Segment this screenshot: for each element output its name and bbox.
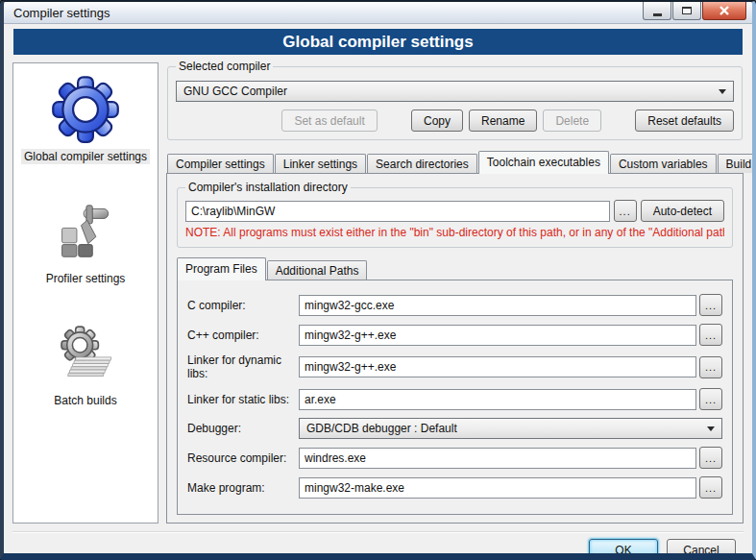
c-compiler-input[interactable] bbox=[299, 295, 696, 316]
field-row-c-compiler: C compiler: ... bbox=[187, 294, 722, 316]
tab-toolchain-executables[interactable]: Toolchain executables bbox=[478, 151, 609, 174]
chevron-down-icon bbox=[707, 426, 715, 435]
browse-cpp-compiler-button[interactable]: ... bbox=[699, 324, 722, 346]
blue-gear-icon bbox=[51, 73, 120, 146]
copy-button[interactable]: Copy bbox=[411, 110, 463, 132]
tab-compiler-settings[interactable]: Compiler settings bbox=[167, 154, 274, 173]
debugger-select-value: GDB/CDB debugger : Default bbox=[306, 422, 457, 435]
gear-stack-icon bbox=[56, 317, 115, 390]
minimize-icon bbox=[653, 13, 662, 16]
tab-bar: Compiler settings Linker settings Search… bbox=[166, 150, 744, 173]
cpp-compiler-input[interactable] bbox=[299, 325, 696, 346]
tab-build-options[interactable]: Build options bbox=[718, 154, 756, 173]
sidebar-item-label: Batch builds bbox=[51, 393, 119, 408]
field-row-cpp-compiler: C++ compiler: ... bbox=[187, 324, 722, 346]
auto-detect-button[interactable]: Auto-detect bbox=[641, 200, 724, 222]
resource-compiler-input[interactable] bbox=[299, 448, 696, 469]
dialog-footer: OK Cancel bbox=[12, 531, 744, 560]
sidebar-item-label: Global compiler settings bbox=[21, 149, 150, 164]
compiler-select[interactable]: GNU GCC Compiler bbox=[176, 81, 734, 102]
installation-directory-groupbox: Compiler's installation directory ... Au… bbox=[177, 187, 733, 248]
field-row-dynamic-linker: Linker for dynamic libs: ... bbox=[187, 353, 722, 380]
static-linker-input[interactable] bbox=[299, 389, 696, 410]
subtab-program-files[interactable]: Program Files bbox=[177, 257, 266, 280]
note-text: NOTE: All programs must exist either in … bbox=[185, 226, 724, 239]
window-title: Compiler settings bbox=[13, 6, 110, 20]
cancel-button[interactable]: Cancel bbox=[667, 539, 736, 560]
field-label: Linker for static libs: bbox=[187, 393, 299, 406]
field-label: Resource compiler: bbox=[187, 451, 299, 465]
browse-directory-button[interactable]: ... bbox=[614, 200, 637, 222]
maximize-button[interactable] bbox=[672, 2, 701, 20]
reset-defaults-button[interactable]: Reset defaults bbox=[635, 110, 734, 132]
field-row-resource-compiler: Resource compiler: ... bbox=[187, 447, 722, 469]
tab-search-directories[interactable]: Search directories bbox=[367, 154, 477, 173]
installation-directory-row: ... Auto-detect bbox=[185, 200, 724, 222]
field-row-make-program: Make program: ... bbox=[187, 476, 722, 499]
subtab-additional-paths[interactable]: Additional Paths bbox=[267, 260, 368, 280]
set-as-default-button[interactable]: Set as default bbox=[281, 110, 377, 132]
sidebar-item-profiler-settings[interactable]: Profiler settings bbox=[43, 195, 129, 286]
field-row-debugger: Debugger: GDB/CDB debugger : Default bbox=[187, 418, 722, 439]
delete-button[interactable]: Delete bbox=[543, 110, 601, 132]
field-label: Debugger: bbox=[187, 422, 299, 435]
compiler-select-value: GNU GCC Compiler bbox=[183, 85, 287, 98]
sidebar-item-global-compiler-settings[interactable]: Global compiler settings bbox=[21, 73, 150, 164]
browse-c-compiler-button[interactable]: ... bbox=[699, 294, 722, 316]
header-banner: Global compiler settings bbox=[13, 29, 743, 55]
browse-resource-compiler-button[interactable]: ... bbox=[699, 447, 722, 469]
installation-directory-input[interactable] bbox=[185, 201, 610, 222]
rename-button[interactable]: Rename bbox=[469, 110, 537, 132]
ok-button[interactable]: OK bbox=[589, 539, 658, 560]
subtab-bar: Program Files Additional Paths bbox=[177, 257, 733, 280]
debugger-select[interactable]: GDB/CDB debugger : Default bbox=[299, 418, 722, 439]
installation-directory-label: Compiler's installation directory bbox=[185, 181, 351, 194]
field-label: Make program: bbox=[187, 481, 299, 495]
window-controls bbox=[643, 2, 752, 20]
selected-compiler-label: Selected compiler bbox=[176, 60, 273, 73]
field-row-static-linker: Linker for static libs: ... bbox=[187, 388, 722, 410]
close-button[interactable] bbox=[702, 2, 746, 20]
browse-make-program-button[interactable]: ... bbox=[699, 476, 722, 499]
make-program-input[interactable] bbox=[299, 477, 696, 499]
main-area: Global compiler settings bbox=[12, 62, 744, 523]
toolchain-executables-panel: Compiler's installation directory ... Au… bbox=[166, 173, 744, 523]
settings-panel: Selected compiler GNU GCC Compiler Set a… bbox=[166, 62, 744, 523]
selected-compiler-groupbox: Selected compiler GNU GCC Compiler Set a… bbox=[167, 66, 743, 140]
chevron-down-icon bbox=[719, 89, 726, 98]
dialog-content: Global compiler settings bbox=[4, 24, 752, 560]
minimize-button[interactable] bbox=[643, 2, 671, 20]
compiler-buttons-row: Set as default Copy Rename Delete Reset … bbox=[176, 110, 734, 132]
field-label: Linker for dynamic libs: bbox=[187, 353, 299, 380]
sidebar-item-batch-builds[interactable]: Batch builds bbox=[51, 317, 119, 408]
sidebar-item-label: Profiler settings bbox=[43, 271, 129, 286]
browse-static-linker-button[interactable]: ... bbox=[699, 388, 722, 410]
tab-custom-variables[interactable]: Custom variables bbox=[610, 154, 717, 173]
dynamic-linker-input[interactable] bbox=[299, 356, 696, 377]
compiler-settings-dialog: Compiler settings Global compiler settin… bbox=[0, 0, 756, 560]
maximize-icon bbox=[682, 7, 692, 14]
close-icon bbox=[719, 6, 730, 15]
field-label: C compiler: bbox=[187, 299, 299, 312]
tab-linker-settings[interactable]: Linker settings bbox=[275, 154, 366, 173]
program-files-panel: C compiler: ... C++ compiler: ... Linker… bbox=[177, 280, 733, 515]
field-label: C++ compiler: bbox=[187, 329, 299, 342]
page-title: Global compiler settings bbox=[282, 33, 473, 52]
sidebar: Global compiler settings bbox=[12, 62, 159, 523]
browse-dynamic-linker-button[interactable]: ... bbox=[699, 356, 722, 378]
caliper-blocks-icon bbox=[58, 195, 113, 268]
titlebar: Compiler settings bbox=[4, 2, 752, 24]
